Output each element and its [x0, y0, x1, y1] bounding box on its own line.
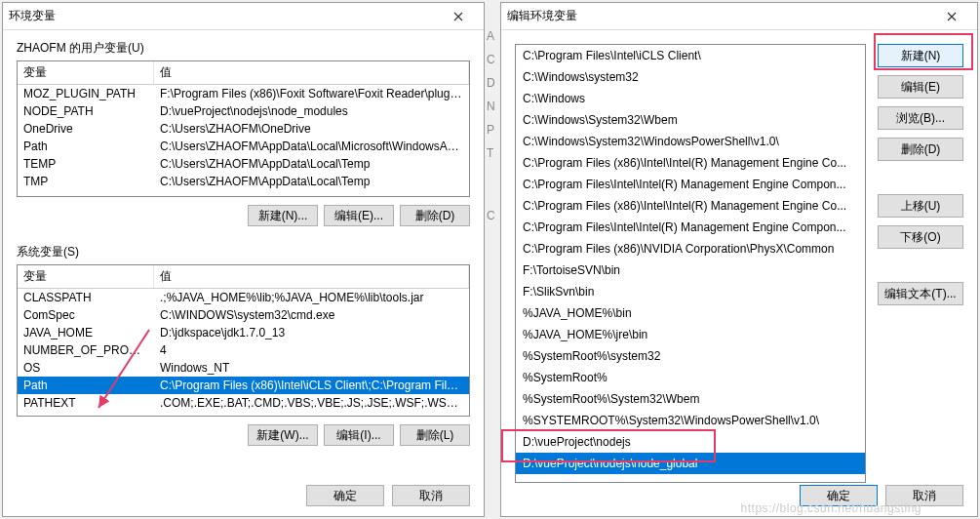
table-row[interactable]: CLASSPATH.;%JAVA_HOME%\lib;%JAVA_HOME%\l…: [18, 289, 469, 306]
list-header: 变量 值: [18, 61, 469, 85]
table-row[interactable]: JAVA_HOMED:\jdkspace\jdk1.7.0_13: [18, 324, 469, 341]
move-down-button[interactable]: 下移(O): [878, 225, 963, 249]
list-item[interactable]: %SystemRoot%\System32\Wbem: [516, 388, 865, 410]
ok-button[interactable]: 确定: [306, 485, 384, 506]
list-item[interactable]: %JAVA_HOME%\jre\bin: [516, 324, 865, 345]
var-value: D:\jdkspace\jdk1.7.0_13: [154, 324, 469, 341]
system-vars-list[interactable]: 变量 值 CLASSPATH.;%JAVA_HOME%\lib;%JAVA_HO…: [17, 264, 470, 417]
system-edit-button[interactable]: 编辑(I)...: [324, 424, 394, 446]
var-value: C:\Users\ZHAOFM\AppData\Local\Microsoft\…: [154, 138, 469, 155]
user-delete-button[interactable]: 删除(D): [400, 205, 470, 226]
edit-text-button[interactable]: 编辑文本(T)...: [878, 282, 963, 305]
list-item[interactable]: D:\vueProject\nodejs: [516, 431, 865, 453]
titlebar: 环境变量: [3, 3, 484, 30]
table-row[interactable]: NUMBER_OF_PROCESSORS4: [18, 341, 469, 359]
titlebar: 编辑环境变量: [501, 3, 977, 30]
user-edit-button[interactable]: 编辑(E)...: [324, 205, 394, 226]
var-name: JAVA_HOME: [18, 324, 154, 341]
var-name: OneDrive: [18, 120, 154, 138]
user-new-button[interactable]: 新建(N)...: [248, 205, 318, 226]
col-name-header: 变量: [18, 265, 154, 288]
list-item[interactable]: C:\Windows\System32\Wbem: [516, 109, 865, 131]
var-value: C:\Users\ZHAOFM\AppData\Local\Temp: [154, 173, 469, 190]
list-item[interactable]: C:\Program Files\Intel\Intel(R) Manageme…: [516, 174, 865, 195]
list-item[interactable]: %SystemRoot%: [516, 367, 865, 388]
path-list[interactable]: C:\Program Files\Intel\iCLS Client\C:\Wi…: [515, 44, 866, 483]
list-item[interactable]: C:\Windows\System32\WindowsPowerShell\v1…: [516, 131, 865, 152]
browse-button[interactable]: 浏览(B)...: [878, 106, 963, 130]
col-name-header: 变量: [18, 61, 154, 84]
var-value: C:\Users\ZHAOFM\OneDrive: [154, 120, 469, 138]
dialog-body: ZHAOFM 的用户变量(U) 变量 值 MOZ_PLUGIN_PATHF:\P…: [3, 30, 484, 456]
table-row[interactable]: PATHEXT.COM;.EXE;.BAT;.CMD;.VBS;.VBE;.JS…: [18, 394, 469, 412]
list-item[interactable]: C:\Windows: [516, 88, 865, 109]
col-value-header: 值: [154, 61, 469, 84]
table-row[interactable]: TMPC:\Users\ZHAOFM\AppData\Local\Temp: [18, 173, 469, 190]
var-value: .;%JAVA_HOME%\lib;%JAVA_HOME%\lib\tools.…: [154, 289, 469, 306]
system-new-button[interactable]: 新建(W)...: [248, 424, 318, 446]
table-row[interactable]: OSWindows_NT: [18, 359, 469, 377]
system-vars-buttons: 新建(W)... 编辑(I)... 删除(L): [17, 424, 470, 446]
var-value: 4: [154, 341, 469, 359]
var-name: Path: [18, 377, 154, 394]
var-name: TMP: [18, 173, 154, 190]
table-row[interactable]: PathC:\Program Files (x86)\Intel\iCLS Cl…: [18, 377, 469, 394]
var-name: CLASSPATH: [18, 289, 154, 306]
list-item[interactable]: C:\Program Files\Intel\Intel(R) Manageme…: [516, 217, 865, 238]
table-row[interactable]: NODE_PATHD:\vueProject\nodejs\node_modul…: [18, 102, 469, 120]
system-delete-button[interactable]: 删除(L): [400, 424, 470, 446]
close-icon[interactable]: [932, 4, 971, 29]
list-item[interactable]: C:\Program Files (x86)\NVIDIA Corporatio…: [516, 238, 865, 260]
cancel-button[interactable]: 取消: [392, 485, 470, 506]
dialog-title: 编辑环境变量: [507, 8, 932, 24]
var-value: .COM;.EXE;.BAT;.CMD;.VBS;.VBE;.JS;.JSE;.…: [154, 394, 469, 412]
var-value: F:\Program Files (x86)\Foxit Software\Fo…: [154, 85, 469, 102]
table-row[interactable]: OneDriveC:\Users\ZHAOFM\OneDrive: [18, 120, 469, 138]
edit-env-var-dialog: 编辑环境变量 C:\Program Files\Intel\iCLS Clien…: [500, 2, 978, 517]
list-item[interactable]: F:\TortoiseSVN\bin: [516, 260, 865, 281]
list-item[interactable]: C:\Program Files\Intel\iCLS Client\: [516, 45, 865, 66]
list-item[interactable]: C:\Windows\system32: [516, 66, 865, 88]
list-item[interactable]: %JAVA_HOME%\bin: [516, 302, 865, 324]
var-name: ComSpec: [18, 306, 154, 324]
list-item[interactable]: C:\Program Files (x86)\Intel\Intel(R) Ma…: [516, 152, 865, 174]
system-vars-label: 系统变量(S): [17, 244, 470, 260]
user-vars-list[interactable]: 变量 值 MOZ_PLUGIN_PATHF:\Program Files (x8…: [17, 60, 470, 197]
side-buttons: 新建(N) 编辑(E) 浏览(B)... 删除(D) 上移(U) 下移(O) 编…: [878, 44, 963, 305]
var-name: Path: [18, 138, 154, 155]
var-value: C:\Users\ZHAOFM\AppData\Local\Temp: [154, 155, 469, 173]
watermark: https://blog.csdn.net/huangsting: [741, 501, 921, 515]
delete-button[interactable]: 删除(D): [878, 138, 963, 161]
dialog-title: 环境变量: [9, 8, 439, 24]
table-row[interactable]: MOZ_PLUGIN_PATHF:\Program Files (x86)\Fo…: [18, 85, 469, 102]
list-item[interactable]: %SystemRoot%\system32: [516, 345, 865, 367]
edit-button[interactable]: 编辑(E): [878, 75, 963, 99]
user-vars-buttons: 新建(N)... 编辑(E)... 删除(D): [17, 205, 470, 226]
list-item[interactable]: F:\SlikSvn\bin: [516, 281, 865, 302]
var-value: D:\vueProject\nodejs\node_modules: [154, 102, 469, 120]
var-value: C:\WINDOWS\system32\cmd.exe: [154, 306, 469, 324]
new-button[interactable]: 新建(N): [878, 44, 963, 67]
var-name: NODE_PATH: [18, 102, 154, 120]
user-vars-label: ZHAOFM 的用户变量(U): [17, 40, 470, 57]
background-text: ACDNPT C: [487, 29, 498, 232]
table-row[interactable]: TEMPC:\Users\ZHAOFM\AppData\Local\Temp: [18, 155, 469, 173]
var-name: NUMBER_OF_PROCESSORS: [18, 341, 154, 359]
move-up-button[interactable]: 上移(U): [878, 194, 963, 218]
col-value-header: 值: [154, 265, 469, 288]
list-item[interactable]: D:\vueProject\nodejs\node_global: [516, 453, 865, 474]
list-item[interactable]: C:\Program Files (x86)\Intel\Intel(R) Ma…: [516, 195, 865, 217]
var-name: MOZ_PLUGIN_PATH: [18, 85, 154, 102]
list-header: 变量 值: [18, 265, 469, 289]
dialog-footer: 确定 取消: [306, 485, 470, 506]
var-name: OS: [18, 359, 154, 377]
var-name: TEMP: [18, 155, 154, 173]
list-item[interactable]: %SYSTEMROOT%\System32\WindowsPowerShell\…: [516, 410, 865, 431]
var-name: PATHEXT: [18, 394, 154, 412]
table-row[interactable]: ComSpecC:\WINDOWS\system32\cmd.exe: [18, 306, 469, 324]
var-value: Windows_NT: [154, 359, 469, 377]
dialog-body: C:\Program Files\Intel\iCLS Client\C:\Wi…: [501, 30, 977, 516]
env-vars-dialog: 环境变量 ZHAOFM 的用户变量(U) 变量 值 MOZ_PLUGIN_PAT…: [2, 2, 485, 517]
table-row[interactable]: PathC:\Users\ZHAOFM\AppData\Local\Micros…: [18, 138, 469, 155]
close-icon[interactable]: [439, 4, 478, 29]
